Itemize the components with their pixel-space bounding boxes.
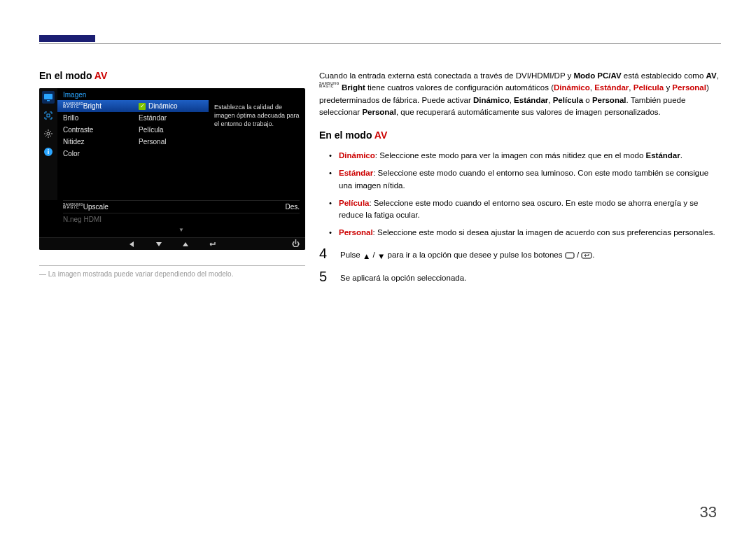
brand-tag-inline: SAMSUNGMAGIC bbox=[319, 82, 340, 87]
osd-upscale-label: SAMSUNGMAGICUpscale bbox=[63, 203, 108, 211]
svg-rect-2 bbox=[47, 114, 50, 117]
subheading-av-r: AV bbox=[374, 129, 387, 141]
header-accent-bar bbox=[39, 35, 95, 42]
osd-item-nitidez: Nitidez bbox=[57, 136, 133, 148]
svg-marker-15 bbox=[156, 242, 162, 246]
osd-options-col: ✓ Dinámico Estándar Película Personal bbox=[133, 100, 209, 160]
step-4: 4 Pulse ▲ / ▼ para ir a la opción que de… bbox=[319, 246, 721, 262]
osd-lower: SAMSUNGMAGICUpscale Des. N.neg HDMI ▼ bbox=[39, 200, 305, 237]
svg-line-11 bbox=[46, 136, 47, 137]
osd-menu-col: SAMSUNGMAGICBright Brillo Contraste Niti… bbox=[57, 100, 133, 160]
osd-body: i Imagen SAMSUNGMAGICBright Brillo Contr… bbox=[39, 88, 305, 200]
svg-text:i: i bbox=[48, 148, 50, 155]
page: En el modo AV bbox=[0, 0, 756, 534]
osd-upscale-value: Des. bbox=[285, 203, 300, 211]
osd-rows: SAMSUNGMAGICBright Brillo Contraste Niti… bbox=[57, 100, 305, 160]
right-column: Cuando la entrada externa está conectada… bbox=[319, 70, 721, 291]
osd-opt-pelicula: Película bbox=[133, 124, 209, 136]
subheading-av-mode-left: En el modo AV bbox=[39, 70, 305, 81]
svg-line-8 bbox=[46, 131, 47, 132]
step-5: 5 Se aplicará la opción seleccionada. bbox=[319, 269, 721, 284]
enter-button-icon bbox=[581, 251, 592, 262]
content-columns: En el modo AV bbox=[39, 70, 721, 291]
subheading-av-mode-right: En el modo AV bbox=[319, 128, 721, 143]
nav-enter-icon bbox=[207, 241, 217, 248]
osd-opt-estandar: Estándar bbox=[133, 112, 209, 124]
svg-point-3 bbox=[47, 132, 50, 135]
osd-nav-bar: ⏻ bbox=[39, 237, 305, 250]
up-triangle-icon: ▲ bbox=[363, 251, 370, 262]
step-number-4: 4 bbox=[319, 246, 330, 262]
info-icon: i bbox=[42, 146, 55, 158]
subheading-av: AV bbox=[94, 70, 107, 81]
step-list: 4 Pulse ▲ / ▼ para ir a la opción que de… bbox=[319, 246, 721, 285]
osd-title: Imagen bbox=[57, 88, 305, 100]
bullet-personal: Personal: Seleccione este modo si desea … bbox=[329, 227, 721, 239]
osd-scroll-down-icon: ▼ bbox=[63, 225, 300, 234]
header-rule bbox=[39, 43, 721, 44]
down-triangle-icon: ▼ bbox=[377, 251, 385, 262]
osd-opt-personal: Personal bbox=[133, 136, 209, 148]
gear-icon bbox=[42, 127, 55, 140]
osd-opt-dinamico-label: Dinámico bbox=[148, 102, 178, 110]
left-column: En el modo AV bbox=[39, 70, 305, 291]
osd-item-brillo: Brillo bbox=[57, 112, 133, 124]
subheading-prefix: En el modo bbox=[39, 70, 94, 81]
svg-marker-16 bbox=[183, 242, 188, 246]
page-number: 33 bbox=[700, 503, 717, 521]
osd-item-bright: SAMSUNGMAGICBright bbox=[57, 100, 133, 112]
bullet-pelicula: Película: Seleccione este modo cuando el… bbox=[329, 197, 721, 222]
osd-hdmi-label: N.neg HDMI bbox=[63, 216, 102, 223]
step-number-5: 5 bbox=[319, 269, 330, 284]
brand-tag: SAMSUNGMAGIC bbox=[63, 102, 83, 108]
svg-rect-17 bbox=[566, 253, 574, 258]
osd-item-color: Color bbox=[57, 148, 133, 160]
bullet-estandar: Estándar: Seleccione este modo cuando el… bbox=[329, 167, 721, 192]
nav-down-icon bbox=[154, 241, 164, 248]
power-icon: ⏻ bbox=[292, 239, 300, 248]
svg-rect-0 bbox=[44, 94, 52, 99]
step-5-text: Se aplicará la opción seleccionada. bbox=[340, 269, 721, 284]
svg-line-9 bbox=[50, 136, 52, 137]
nav-left-icon bbox=[127, 241, 137, 248]
subheading-prefix-r: En el modo bbox=[319, 129, 374, 141]
check-icon: ✓ bbox=[139, 103, 146, 110]
resize-icon bbox=[42, 109, 55, 122]
intro-paragraph: Cuando la entrada externa está conectada… bbox=[319, 70, 721, 118]
model-note: La imagen mostrada puede variar dependie… bbox=[39, 270, 305, 278]
osd-sidebar: i bbox=[39, 88, 57, 200]
step-4-text: Pulse ▲ / ▼ para ir a la opción que dese… bbox=[340, 246, 721, 262]
osd-row-hdmi: N.neg HDMI bbox=[63, 213, 300, 225]
mode-bullet-list: Dinámico: Seleccione este modo para ver … bbox=[329, 150, 721, 239]
svg-line-10 bbox=[50, 131, 52, 132]
osd-row-upscale: SAMSUNGMAGICUpscale Des. bbox=[63, 200, 300, 213]
nav-up-icon bbox=[181, 241, 190, 248]
svg-rect-1 bbox=[47, 100, 50, 101]
osd-screenshot: i Imagen SAMSUNGMAGICBright Brillo Contr… bbox=[39, 88, 305, 250]
osd-item-contraste: Contraste bbox=[57, 124, 133, 136]
svg-marker-14 bbox=[130, 241, 134, 247]
bullet-dinamico: Dinámico: Seleccione este modo para ver … bbox=[329, 150, 721, 162]
note-rule bbox=[39, 265, 305, 266]
rect-button-icon bbox=[565, 251, 575, 262]
osd-main: Imagen SAMSUNGMAGICBright Brillo Contras… bbox=[57, 88, 305, 200]
osd-opt-dinamico: ✓ Dinámico bbox=[133, 100, 209, 112]
monitor-icon bbox=[42, 91, 55, 104]
osd-description: Establezca la calidad de imagen óptima a… bbox=[209, 100, 305, 160]
brand-tag-2: SAMSUNGMAGIC bbox=[63, 203, 83, 209]
